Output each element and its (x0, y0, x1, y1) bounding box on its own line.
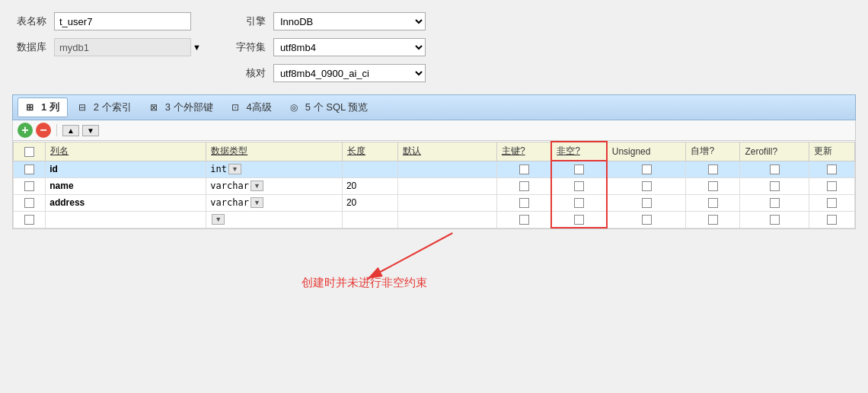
row-zerofill-checkbox[interactable] (770, 181, 780, 191)
row-ai-cell (686, 194, 740, 211)
type-dropdown-arrow[interactable]: ▼ (228, 164, 241, 174)
charset-label: 字符集 (231, 40, 266, 54)
row-name-cell[interactable]: address (46, 194, 206, 211)
header-pk: 主键? (496, 142, 551, 161)
row-length-cell[interactable] (342, 211, 397, 228)
annotation-area: 创建时并未进行非空约束 (12, 229, 856, 298)
add-row-button[interactable]: + (18, 123, 33, 138)
top-form: 表名称 数据库 ▼ 引擎 InnoDB 字符集 utf8mb4 核对 utf8m… (12, 12, 856, 82)
row-pk-checkbox[interactable] (519, 165, 529, 174)
row-pk-checkbox[interactable] (519, 181, 529, 191)
tab-advanced[interactable]: ⊡ 4高级 (224, 98, 279, 117)
header-nn: 非空? (551, 142, 607, 161)
tab-foreign-keys[interactable]: ⊠ 3 个外部键 (142, 98, 221, 117)
row-nn-checkbox[interactable] (574, 215, 584, 225)
row-length-cell[interactable] (342, 161, 397, 177)
header-name: 列名 (46, 142, 206, 161)
row-zerofill-cell (740, 194, 809, 211)
table-row: namevarchar▼20 (14, 177, 855, 194)
database-row: 数据库 ▼ (12, 38, 201, 56)
table-row: idint▼ (14, 161, 855, 177)
row-ai-cell (686, 161, 740, 177)
row-ai-checkbox[interactable] (708, 198, 718, 208)
row-unsigned-cell (607, 194, 686, 211)
row-type-cell[interactable]: varchar▼ (206, 177, 343, 194)
row-unsigned-checkbox[interactable] (642, 181, 652, 191)
engine-select[interactable]: InnoDB (273, 12, 426, 30)
header-update: 更新 (809, 142, 854, 161)
charset-select[interactable]: utf8mb4 (273, 38, 426, 56)
row-nn-cell (551, 194, 607, 211)
row-pk-checkbox[interactable] (519, 198, 529, 208)
remove-row-button[interactable]: − (36, 123, 51, 138)
row-update-cell (809, 177, 854, 194)
advanced-icon: ⊡ (231, 102, 244, 113)
row-unsigned-cell (607, 161, 686, 177)
row-default-cell[interactable] (398, 194, 497, 211)
tab-sql-preview[interactable]: ◎ 5 个 SQL 预览 (282, 98, 376, 117)
table-name-input[interactable] (54, 12, 191, 30)
row-checkbox[interactable] (24, 181, 34, 191)
row-name-cell[interactable]: name (46, 177, 206, 194)
row-checkbox[interactable] (24, 165, 34, 174)
type-dropdown-arrow[interactable]: ▼ (212, 214, 225, 225)
type-dropdown-arrow[interactable]: ▼ (251, 197, 263, 208)
row-update-checkbox[interactable] (827, 198, 837, 208)
database-dropdown-icon[interactable]: ▼ (193, 43, 201, 52)
database-label: 数据库 (12, 40, 46, 54)
row-ai-cell (686, 211, 740, 228)
row-zerofill-checkbox[interactable] (770, 165, 780, 174)
move-down-button[interactable]: ▼ (82, 125, 99, 136)
row-zerofill-cell (740, 177, 809, 194)
tab-indexes[interactable]: ⊟ 2 个索引 (71, 98, 139, 117)
foreign-keys-icon: ⊠ (150, 102, 162, 113)
row-check-cell (14, 177, 46, 194)
row-checkbox[interactable] (24, 198, 34, 208)
row-unsigned-checkbox[interactable] (642, 215, 652, 225)
database-input (54, 38, 191, 56)
row-zerofill-checkbox[interactable] (770, 198, 780, 208)
row-update-checkbox[interactable] (827, 165, 837, 174)
tab-columns[interactable]: ⊞ 1 列 (18, 97, 68, 117)
row-ai-checkbox[interactable] (708, 181, 718, 191)
row-length-cell[interactable]: 20 (342, 177, 397, 194)
move-up-button[interactable]: ▲ (62, 125, 79, 136)
row-name-cell[interactable]: id (46, 161, 206, 177)
tab-advanced-label: 4高级 (247, 101, 272, 114)
row-default-cell[interactable] (398, 211, 497, 228)
row-type-cell[interactable]: varchar▼ (206, 194, 343, 211)
columns-table-wrap: 列名 数据类型 长度 默认 主键? 非空? Unsigned 自增? Zerof… (12, 141, 856, 229)
row-default-cell[interactable] (398, 177, 497, 194)
table-name-label: 表名称 (12, 14, 46, 28)
collation-select[interactable]: utf8mb4_0900_ai_ci (273, 64, 426, 82)
row-nn-checkbox[interactable] (574, 165, 584, 174)
row-length-cell[interactable]: 20 (342, 194, 397, 211)
svg-line-1 (368, 233, 453, 279)
table-header-row: 列名 数据类型 长度 默认 主键? 非空? Unsigned 自增? Zerof… (14, 142, 855, 161)
row-checkbox[interactable] (24, 215, 34, 225)
row-update-checkbox[interactable] (827, 215, 837, 225)
row-update-checkbox[interactable] (827, 181, 837, 191)
row-default-cell[interactable] (398, 161, 497, 177)
row-unsigned-checkbox[interactable] (642, 198, 652, 208)
type-dropdown-arrow[interactable]: ▼ (251, 181, 263, 191)
row-nn-checkbox[interactable] (574, 181, 584, 191)
row-zerofill-checkbox[interactable] (770, 215, 780, 225)
row-type-cell[interactable]: ▼ (206, 211, 343, 228)
tab-sql-preview-label: 5 个 SQL 预览 (305, 101, 369, 114)
form-right: 引擎 InnoDB 字符集 utf8mb4 核对 utf8mb4_0900_ai… (231, 12, 426, 82)
header-check (14, 142, 46, 161)
row-unsigned-cell (607, 211, 686, 228)
row-name-cell[interactable] (46, 211, 206, 228)
header-default: 默认 (398, 142, 497, 161)
tab-foreign-keys-label: 3 个外部键 (165, 101, 213, 114)
row-ai-cell (686, 177, 740, 194)
columns-table: 列名 数据类型 长度 默认 主键? 非空? Unsigned 自增? Zerof… (13, 141, 855, 228)
row-ai-checkbox[interactable] (708, 165, 718, 174)
row-ai-checkbox[interactable] (708, 215, 718, 225)
row-unsigned-checkbox[interactable] (642, 165, 652, 174)
row-nn-checkbox[interactable] (574, 198, 584, 208)
header-checkbox[interactable] (24, 147, 34, 157)
row-pk-checkbox[interactable] (519, 215, 529, 225)
row-type-cell[interactable]: int▼ (206, 161, 343, 177)
